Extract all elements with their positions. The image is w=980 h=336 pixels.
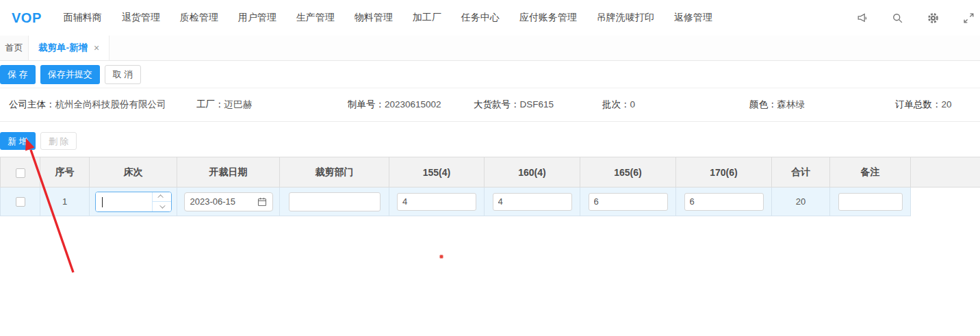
cell-size-165 [580, 188, 676, 216]
cell-seq: 1 [40, 188, 90, 216]
header-size-165: 165(6) [580, 157, 676, 188]
step-up-button[interactable] [153, 192, 171, 202]
cell-remark [830, 188, 911, 216]
header-cut-dept: 裁剪部门 [280, 157, 389, 188]
nav-menu: 面辅料商 退货管理 质检管理 用户管理 生产管理 物料管理 加工厂 任务中心 应… [64, 12, 712, 24]
header-size-155: 155(4) [389, 157, 485, 188]
header-select-all [1, 157, 40, 188]
bed-no-stepper[interactable] [95, 192, 172, 212]
cell-size-170 [676, 188, 772, 216]
cutting-order-table: 序号 床次 开裁日期 裁剪部门 155(4) 160(4) 165(6) 170… [0, 157, 980, 216]
nav-item-fabric-suppliers[interactable]: 面辅料商 [64, 12, 102, 24]
tab-bar: 首页 裁剪单-新增 × [0, 36, 980, 61]
size-160-input[interactable] [493, 193, 572, 211]
nav-item-quality-mgmt[interactable]: 质检管理 [180, 12, 218, 24]
nav-item-processing-factory[interactable]: 加工厂 [413, 12, 441, 24]
info-color: 颜色：森林绿 [749, 99, 805, 111]
chevron-down-icon [159, 203, 165, 208]
cut-date-picker[interactable]: 2023-06-15 [184, 192, 273, 211]
nav-toolbar-icons [856, 12, 980, 24]
nav-item-tag-label-print[interactable]: 吊牌洗唛打印 [597, 12, 654, 24]
annotation-red-dot [439, 255, 443, 259]
nav-item-task-center[interactable]: 任务中心 [461, 12, 500, 24]
tab-label: 裁剪单-新增 [38, 42, 88, 54]
cell-cut-dept [280, 188, 389, 216]
cut-date-value: 2023-06-15 [190, 196, 236, 207]
calendar-icon[interactable] [257, 197, 267, 207]
remark-input[interactable] [838, 193, 903, 211]
cut-dept-input[interactable] [289, 192, 381, 211]
tab-home[interactable]: 首页 [0, 36, 29, 60]
info-company: 公司主体：杭州全尚科技股份有限公司 [9, 99, 166, 111]
nav-item-repair-mgmt[interactable]: 返修管理 [674, 12, 712, 24]
cell-total: 20 [772, 188, 830, 216]
header-total: 合计 [772, 157, 830, 188]
info-factory: 工厂：迈巴赫 [196, 99, 252, 111]
nav-item-production-mgmt[interactable]: 生产管理 [296, 12, 335, 24]
nav-item-returns-mgmt[interactable]: 退货管理 [122, 12, 160, 24]
add-row-button[interactable]: 新 增 [0, 132, 36, 150]
cancel-button[interactable]: 取 消 [105, 65, 142, 84]
size-155-input[interactable] [397, 193, 476, 211]
chevron-up-icon [157, 194, 163, 200]
step-down-button[interactable] [153, 201, 171, 211]
header-size-170: 170(6) [676, 157, 772, 188]
stepper-controls [152, 192, 171, 211]
tab-cutting-order-new[interactable]: 裁剪单-新增 × [29, 36, 109, 60]
select-all-checkbox[interactable] [16, 168, 25, 178]
nav-item-payable-accounts[interactable]: 应付账务管理 [519, 12, 577, 24]
header-filler [911, 157, 980, 188]
size-165-input[interactable] [589, 193, 668, 211]
header-seq: 序号 [40, 157, 90, 188]
info-batch: 批次：0 [602, 99, 635, 111]
fullscreen-icon[interactable] [963, 12, 975, 24]
size-170-input[interactable] [684, 193, 764, 211]
app-logo: VOP [12, 10, 42, 26]
table-header-row: 序号 床次 开裁日期 裁剪部门 155(4) 160(4) 165(6) 170… [1, 157, 980, 188]
nav-item-user-mgmt[interactable]: 用户管理 [238, 12, 276, 24]
table-row: 1 2023-06-15 [1, 188, 980, 216]
header-cut-date: 开裁日期 [177, 157, 280, 188]
cell-select [1, 188, 40, 216]
bed-no-input[interactable] [96, 192, 152, 211]
info-order-total: 订单总数：20 [895, 99, 952, 111]
header-size-160: 160(4) [485, 157, 580, 188]
top-navigation: VOP 面辅料商 退货管理 质检管理 用户管理 生产管理 物料管理 加工厂 任务… [0, 0, 980, 36]
close-tab-icon[interactable]: × [94, 43, 99, 53]
save-button[interactable]: 保 存 [0, 65, 36, 84]
header-bed-no: 床次 [90, 157, 177, 188]
announcement-icon[interactable] [856, 12, 868, 24]
search-icon[interactable] [892, 12, 903, 24]
text-caret [102, 197, 103, 207]
info-bulk-style-no: 大货款号：DSF615 [474, 99, 554, 111]
cell-cut-date: 2023-06-15 [177, 188, 280, 216]
header-remark: 备注 [830, 157, 911, 188]
settings-gear-icon[interactable] [927, 12, 939, 24]
form-toolbar: 保 存 保存并提交 取 消 [0, 61, 980, 88]
cell-size-160 [485, 188, 580, 216]
cell-size-155 [389, 188, 485, 216]
cell-filler [911, 188, 980, 216]
row-checkbox[interactable] [16, 197, 25, 207]
nav-item-material-mgmt[interactable]: 物料管理 [354, 12, 393, 24]
order-info-bar: 公司主体：杭州全尚科技股份有限公司 工厂：迈巴赫 制单号：20230615002… [0, 88, 980, 122]
row-actions: 新 增 删 除 [0, 132, 980, 150]
info-order-no: 制单号：20230615002 [348, 99, 441, 111]
save-and-submit-button[interactable]: 保存并提交 [40, 65, 100, 84]
delete-row-button[interactable]: 删 除 [40, 132, 77, 150]
cell-bed-no [90, 188, 177, 216]
